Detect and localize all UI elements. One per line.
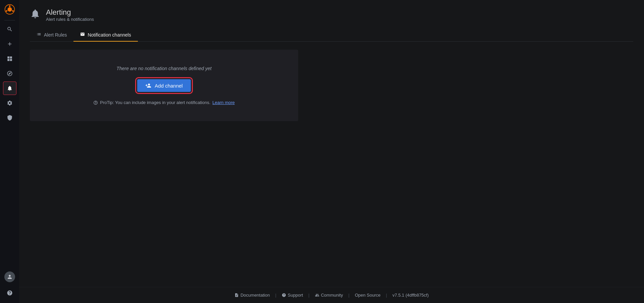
footer-community-label: Community bbox=[321, 293, 343, 298]
documentation-icon bbox=[234, 293, 239, 297]
content-area: There are no notification channels defin… bbox=[19, 42, 644, 287]
protip-text: ProTip: You can include images in your a… bbox=[100, 100, 210, 105]
sidebar-item-search[interactable] bbox=[3, 22, 16, 36]
empty-state-message: There are no notification channels defin… bbox=[116, 66, 211, 71]
protip: ProTip: You can include images in your a… bbox=[93, 100, 235, 105]
gear-icon bbox=[7, 100, 13, 106]
add-channel-button[interactable]: Add channel bbox=[137, 79, 191, 92]
footer-community-link[interactable]: Community bbox=[315, 293, 343, 298]
sidebar-bottom bbox=[3, 269, 16, 300]
page-title-row: Alerting Alert rules & notifications bbox=[30, 8, 633, 22]
footer-version: v7.5.1 (4dffb875cf) bbox=[392, 293, 429, 298]
tab-notification-channels-label: Notification channels bbox=[88, 32, 131, 38]
page-header: Alerting Alert rules & notifications Ale… bbox=[19, 0, 644, 42]
svg-point-1 bbox=[7, 7, 12, 12]
footer-open-source-label: Open Source bbox=[355, 293, 381, 298]
footer: Documentation | Support | Community | Op… bbox=[19, 287, 644, 303]
svg-point-4 bbox=[6, 10, 7, 12]
learn-more-link[interactable]: Learn more bbox=[212, 100, 234, 105]
community-icon bbox=[315, 293, 319, 297]
tab-notification-channels[interactable]: Notification channels bbox=[73, 29, 138, 42]
bell-icon bbox=[7, 85, 13, 91]
alerting-title-icon bbox=[30, 8, 41, 19]
shield-icon bbox=[7, 115, 13, 121]
tabs-bar: Alert Rules Notification channels bbox=[30, 29, 633, 42]
explore-icon bbox=[7, 70, 13, 77]
notification-channels-icon bbox=[80, 32, 85, 38]
help-icon bbox=[7, 290, 13, 296]
add-channel-button-label: Add channel bbox=[155, 83, 182, 89]
footer-sep-1: | bbox=[275, 293, 276, 298]
sidebar-item-dashboards[interactable] bbox=[3, 52, 16, 65]
empty-state-card: There are no notification channels defin… bbox=[30, 50, 298, 121]
support-icon bbox=[282, 293, 286, 297]
sidebar-divider-top bbox=[4, 20, 15, 20]
footer-sep-4: | bbox=[386, 293, 387, 298]
main-content: Alerting Alert rules & notifications Ale… bbox=[19, 0, 644, 303]
footer-support-link[interactable]: Support bbox=[282, 293, 303, 298]
sidebar-item-explore[interactable] bbox=[3, 67, 16, 80]
footer-open-source-link[interactable]: Open Source bbox=[355, 293, 381, 298]
alert-rules-icon bbox=[37, 32, 41, 38]
search-icon bbox=[7, 26, 13, 32]
footer-documentation-link[interactable]: Documentation bbox=[234, 293, 270, 298]
sidebar-item-shield[interactable] bbox=[3, 111, 16, 124]
add-channel-icon bbox=[145, 83, 151, 89]
page-title-icon bbox=[30, 8, 41, 21]
footer-sep-2: | bbox=[308, 293, 309, 298]
tab-alert-rules[interactable]: Alert Rules bbox=[30, 29, 73, 42]
sidebar-item-settings[interactable] bbox=[3, 96, 16, 110]
page-title-text: Alerting Alert rules & notifications bbox=[46, 8, 94, 22]
page-subtitle: Alert rules & notifications bbox=[46, 17, 94, 22]
sidebar-item-new[interactable] bbox=[3, 37, 16, 51]
footer-documentation-label: Documentation bbox=[240, 293, 270, 298]
svg-point-3 bbox=[12, 10, 14, 12]
user-icon bbox=[7, 274, 13, 280]
sidebar bbox=[0, 0, 19, 303]
sidebar-item-user[interactable] bbox=[3, 270, 16, 284]
sidebar-item-help[interactable] bbox=[3, 286, 16, 300]
footer-sep-3: | bbox=[348, 293, 349, 298]
tab-alert-rules-label: Alert Rules bbox=[44, 32, 67, 38]
grafana-logo[interactable] bbox=[3, 3, 16, 16]
plus-icon bbox=[7, 41, 13, 47]
avatar bbox=[4, 271, 15, 282]
page-title: Alerting bbox=[46, 8, 94, 17]
footer-support-label: Support bbox=[288, 293, 303, 298]
svg-point-2 bbox=[9, 5, 10, 7]
sidebar-item-alerting[interactable] bbox=[3, 82, 16, 95]
dashboards-icon bbox=[7, 56, 13, 62]
protip-icon bbox=[93, 100, 98, 105]
